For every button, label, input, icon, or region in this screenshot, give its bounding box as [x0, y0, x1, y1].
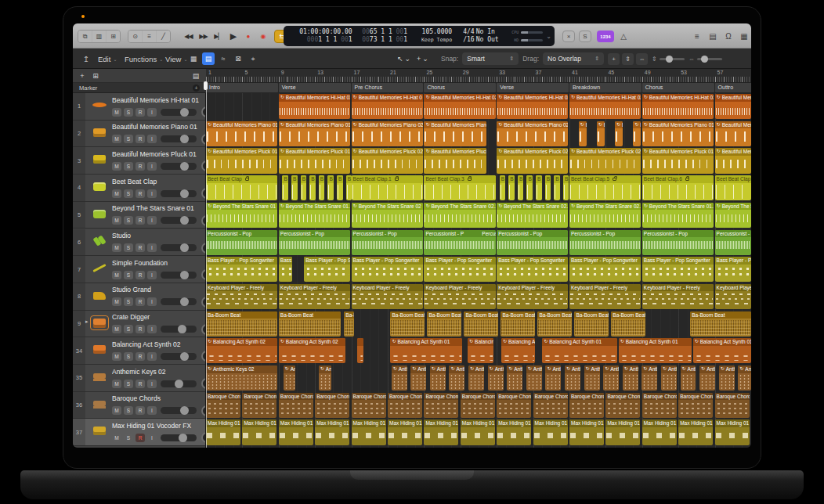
- region[interactable]: Ba-Boom Beat: [464, 311, 497, 337]
- region[interactable]: Beet Beat Clap: [206, 175, 277, 200]
- mute-button[interactable]: M: [112, 189, 121, 198]
- input-monitor-button[interactable]: I: [147, 216, 157, 225]
- view-menu[interactable]: View ⌄: [165, 52, 187, 65]
- region[interactable]: ↻Beyond The Stars Snare 01.2: [642, 203, 714, 228]
- region[interactable]: ↻Beautiful Memories Piano 01: [206, 121, 277, 146]
- region[interactable]: Keyboard Player - Freely: [352, 284, 423, 309]
- region[interactable]: ↻Anthe: [565, 365, 580, 391]
- region[interactable]: Percussionist - Pop: [206, 230, 277, 255]
- horizontal-auto-zoom-icon[interactable]: ⇔: [636, 53, 648, 65]
- region[interactable]: B: [337, 175, 343, 200]
- solo-button[interactable]: S: [124, 406, 133, 415]
- mute-button[interactable]: M: [112, 135, 121, 143]
- region[interactable]: ↻Beautiful Memories Hi-Hat 02.2: [497, 94, 568, 119]
- region[interactable]: ↻Beautiful Memories Hi-Hat 03.2: [642, 94, 714, 119]
- lcd-tempo[interactable]: 105.0000Keep Tempo: [409, 27, 452, 45]
- input-monitor-button[interactable]: I: [147, 434, 157, 442]
- region[interactable]: Baroque Chords: [533, 393, 568, 418]
- region[interactable]: Baroque Chords: [242, 393, 276, 418]
- solo-button[interactable]: S: [124, 108, 133, 117]
- region[interactable]: ↻Beautiful Memories Piano 02.2: [497, 121, 568, 146]
- arrangement-marker[interactable]: Chorus: [642, 83, 714, 92]
- region[interactable]: Percussionist - Pop: [569, 230, 641, 255]
- count-in-button[interactable]: 1234: [597, 31, 614, 42]
- region[interactable]: Baroque Chords: [715, 393, 750, 418]
- region[interactable]: ↻Anthe: [507, 365, 522, 391]
- region[interactable]: Keyboard Player - Freely: [206, 284, 277, 309]
- region[interactable]: Max Hiding 01 V: [569, 419, 604, 445]
- region[interactable]: Beet Beat Clap.3: [424, 175, 495, 200]
- solo-button[interactable]: S: [124, 162, 133, 171]
- record-enable-button[interactable]: R: [136, 135, 145, 143]
- volume-slider[interactable]: [161, 407, 197, 414]
- solo-button[interactable]: S: [124, 135, 133, 143]
- region[interactable]: Keyboard Player - Freely: [424, 284, 495, 309]
- region[interactable]: ↻Be: [615, 121, 623, 146]
- region[interactable]: Ba-Boom Beat: [611, 311, 645, 337]
- record-enable-button[interactable]: R: [136, 352, 145, 361]
- track-header[interactable]: 5Beyond The Stars Snare 01MSRI: [73, 202, 206, 229]
- region[interactable]: ↻Balancing Act Synth 01: [390, 338, 461, 363]
- region[interactable]: ↻Anthe: [319, 365, 331, 391]
- region[interactable]: Max Hiding 01 V: [715, 419, 750, 445]
- arrangement-marker[interactable]: Verse: [279, 83, 351, 92]
- mute-button[interactable]: M: [112, 297, 121, 306]
- volume-slider[interactable]: [161, 298, 197, 305]
- track-header[interactable]: 7Simple FoundationMSRI: [73, 256, 206, 283]
- region[interactable]: ↻Balancing Act Synth 01: [693, 338, 751, 363]
- region[interactable]: ↻Anthe: [641, 365, 657, 391]
- region[interactable]: Percussionist - Pop: [497, 230, 568, 255]
- region[interactable]: ↻Beautiful Memories Hi-Hat 0: [352, 94, 423, 119]
- forward-button[interactable]: ▶▶: [197, 27, 209, 45]
- volume-slider[interactable]: [161, 326, 197, 333]
- region[interactable]: ↻Beautiful Memories Hi-Hat 02.1: [424, 94, 495, 119]
- track-header[interactable]: 1Beautiful Memories Hi-Hat 01MSRI: [73, 93, 206, 121]
- track-header[interactable]: 37Max Hiding 01 Vocoder FXMSRI: [73, 419, 206, 446]
- region[interactable]: B: [545, 175, 551, 200]
- region[interactable]: Bass Player - Pop Song: [715, 257, 751, 282]
- region[interactable]: Percussionist - Pop: [642, 230, 714, 255]
- arrangement-marker[interactable]: Outtro: [715, 83, 751, 92]
- region[interactable]: Percussionist - Pop: [352, 230, 423, 255]
- region[interactable]: ↻Anthe: [410, 365, 426, 391]
- region[interactable]: B: [518, 175, 524, 200]
- play-button[interactable]: ▶: [227, 27, 239, 45]
- region[interactable]: Ba-Boo: [344, 311, 353, 337]
- lcd-time[interactable]: 01:00:00:00.000001 1 1 001: [287, 27, 352, 45]
- mute-button[interactable]: M: [112, 352, 121, 361]
- region[interactable]: ↻Balancing: [468, 338, 493, 363]
- region[interactable]: ↻Beyond The Stars Snare 02: [352, 203, 423, 228]
- region[interactable]: ↻Anthe: [603, 365, 619, 391]
- replace-button[interactable]: ×: [562, 31, 575, 42]
- region[interactable]: Ba-Boom Beat: [690, 311, 751, 337]
- arrangement-marker[interactable]: Verse: [497, 83, 569, 92]
- region[interactable]: Keyboard Player - Freely: [569, 284, 641, 309]
- region[interactable]: ↻Beyond The Stars Snare: [715, 203, 751, 228]
- track-header[interactable]: 6StudioMSRI: [73, 229, 206, 257]
- region[interactable]: Baroque Chords: [678, 393, 713, 418]
- region[interactable]: ↻Beautiful Memories Piano 0: [715, 121, 751, 146]
- region[interactable]: ↻Anthe: [284, 365, 296, 391]
- region[interactable]: Keyboard Player - Freely: [715, 284, 751, 309]
- region[interactable]: Max Hiding 01 V: [424, 419, 458, 445]
- region[interactable]: B: [554, 175, 560, 200]
- record-enable-button[interactable]: R: [136, 162, 145, 171]
- region[interactable]: Beet Beat Clap.1: [352, 175, 423, 200]
- region[interactable]: Beet Beat Clap.6: [642, 175, 714, 200]
- note-pads-icon[interactable]: ▤: [707, 30, 718, 42]
- track-header[interactable]: 34Balancing Act Synth 02MSRI: [73, 337, 206, 365]
- vertical-auto-zoom-icon[interactable]: ⇕: [622, 53, 634, 65]
- record-enable-button[interactable]: R: [136, 325, 145, 333]
- region[interactable]: Bass P: [279, 257, 292, 282]
- region[interactable]: Bass Player - Pop Songwriter: [569, 257, 641, 282]
- track-header[interactable]: 35Anthemic Keys 02MSRI: [73, 365, 206, 392]
- region[interactable]: Baroque Chords: [497, 393, 531, 418]
- region[interactable]: Max Hiding 01 V: [388, 419, 422, 445]
- mute-button[interactable]: M: [112, 271, 121, 279]
- region[interactable]: Max Hiding 01 V: [315, 419, 349, 445]
- region[interactable]: ↻Balancing Act Synth 01: [542, 338, 617, 363]
- region[interactable]: Baroque Chords: [642, 393, 677, 418]
- solo-button[interactable]: S: [124, 352, 133, 361]
- region[interactable]: ↻Beyond The Stars Snare 01: [206, 203, 277, 228]
- back-icon[interactable]: ↥: [81, 52, 92, 65]
